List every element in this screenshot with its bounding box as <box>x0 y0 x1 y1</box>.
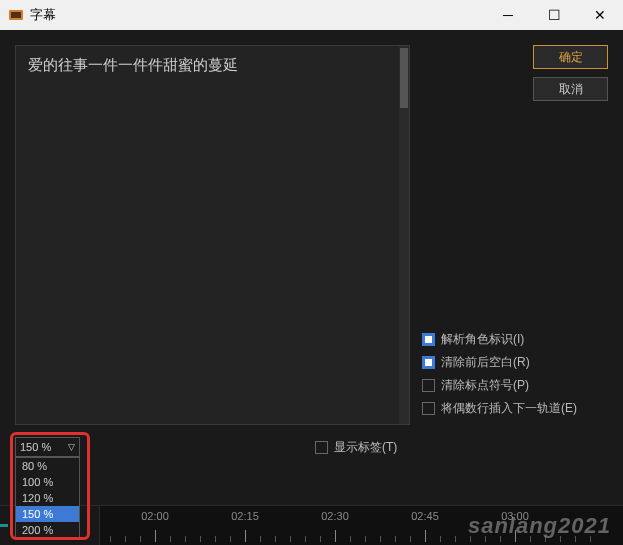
option-label: 解析角色标识(I) <box>441 331 524 348</box>
zoom-select[interactable]: 150 % ▽ <box>15 437 80 457</box>
checkbox-icon <box>422 356 435 369</box>
timeline-accent <box>0 524 8 527</box>
dialog-body: 爱的往事一件一件件甜蜜的蔓延 确定 取消 解析角色标识(I) 清除前后空白(R)… <box>0 30 623 505</box>
zoom-current: 150 % <box>20 441 51 453</box>
option-label: 清除标点符号(P) <box>441 377 529 394</box>
zoom-option[interactable]: 120 % <box>16 490 79 506</box>
subtitle-text: 爱的往事一件一件件甜蜜的蔓延 <box>28 56 238 73</box>
ok-button[interactable]: 确定 <box>533 45 608 69</box>
show-label-text: 显示标签(T) <box>334 439 397 456</box>
checkbox-icon <box>315 441 328 454</box>
show-label-option[interactable]: 显示标签(T) <box>315 439 397 456</box>
zoom-option[interactable]: 200 % <box>16 522 79 538</box>
option-clear-punct[interactable]: 清除标点符号(P) <box>422 377 608 394</box>
svg-rect-1 <box>11 12 21 18</box>
zoom-option[interactable]: 150 % <box>16 506 79 522</box>
scrollbar[interactable] <box>399 46 409 424</box>
zoom-control: 150 % ▽ 80 %100 %120 %150 %200 % <box>15 437 80 457</box>
checkbox-icon <box>422 402 435 415</box>
timeline-label: 02:00 <box>141 510 169 522</box>
option-trim-spaces[interactable]: 清除前后空白(R) <box>422 354 608 371</box>
zoom-option[interactable]: 100 % <box>16 474 79 490</box>
zoom-option[interactable]: 80 % <box>16 458 79 474</box>
maximize-button[interactable]: ☐ <box>531 0 577 30</box>
checkbox-icon <box>422 333 435 346</box>
timeline-label: 03:00 <box>501 510 529 522</box>
option-label: 将偶数行插入下一轨道(E) <box>441 400 577 417</box>
close-button[interactable]: ✕ <box>577 0 623 30</box>
timeline-label: 02:45 <box>411 510 439 522</box>
chevron-down-icon: ▽ <box>68 442 75 452</box>
timeline-label: 02:30 <box>321 510 349 522</box>
subtitle-textarea[interactable]: 爱的往事一件一件件甜蜜的蔓延 <box>15 45 410 425</box>
checkbox-icon <box>422 379 435 392</box>
app-icon <box>8 7 24 23</box>
timeline-ruler[interactable]: 02:0002:1502:3002:4503:00 <box>100 506 623 545</box>
cancel-button[interactable]: 取消 <box>533 77 608 101</box>
option-parse-role[interactable]: 解析角色标识(I) <box>422 331 608 348</box>
option-even-next-track[interactable]: 将偶数行插入下一轨道(E) <box>422 400 608 417</box>
timeline[interactable]: 02:0002:1502:3002:4503:00 <box>0 505 623 545</box>
zoom-dropdown: 80 %100 %120 %150 %200 % <box>15 457 80 539</box>
minimize-button[interactable]: ─ <box>485 0 531 30</box>
window-title: 字幕 <box>30 6 485 24</box>
option-label: 清除前后空白(R) <box>441 354 530 371</box>
timeline-label: 02:15 <box>231 510 259 522</box>
titlebar: 字幕 ─ ☐ ✕ <box>0 0 623 30</box>
options-group: 解析角色标识(I) 清除前后空白(R) 清除标点符号(P) 将偶数行插入下一轨道… <box>422 331 608 425</box>
